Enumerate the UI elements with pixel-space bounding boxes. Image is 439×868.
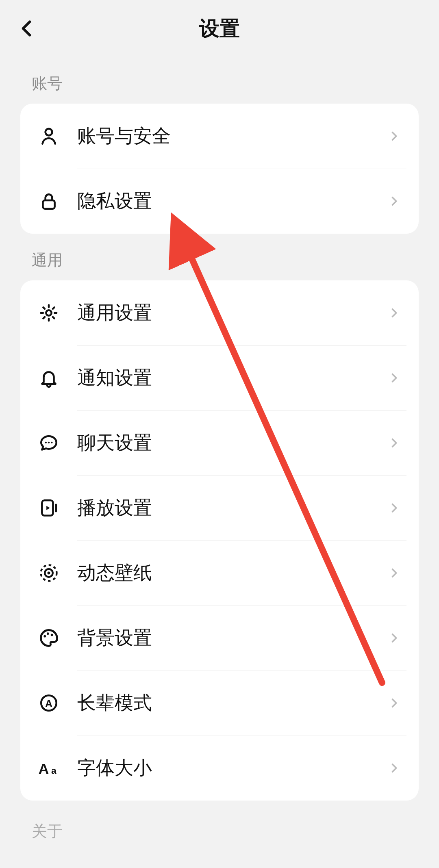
row-label: 动态壁纸 — [77, 560, 386, 586]
svg-point-11 — [47, 632, 49, 635]
header: 设置 — [0, 0, 439, 57]
chevron-right-icon — [386, 565, 402, 581]
svg-point-4 — [48, 442, 50, 444]
row-chat-settings[interactable]: 聊天设置 — [20, 410, 419, 475]
chevron-right-icon — [386, 760, 402, 776]
row-notification-settings[interactable]: 通知设置 — [20, 345, 419, 410]
page-title: 设置 — [199, 15, 240, 42]
person-icon — [37, 124, 61, 148]
row-label: 字体大小 — [77, 755, 386, 781]
svg-point-12 — [51, 634, 53, 636]
svg-point-5 — [51, 442, 53, 444]
chevron-right-icon — [386, 193, 402, 209]
chevron-right-icon — [386, 128, 402, 144]
section-label-about: 关于 — [0, 801, 439, 851]
svg-point-10 — [43, 635, 46, 638]
gear-icon — [37, 301, 61, 325]
chevron-right-icon — [386, 630, 402, 646]
svg-point-9 — [48, 572, 50, 575]
chevron-left-icon — [18, 20, 36, 37]
svg-rect-1 — [43, 200, 54, 209]
row-label: 隐私设置 — [77, 189, 386, 214]
svg-point-3 — [45, 442, 47, 444]
row-playback-settings[interactable]: 播放设置 — [20, 475, 419, 540]
chevron-right-icon — [386, 695, 402, 711]
row-background-settings[interactable]: 背景设置 — [20, 605, 419, 671]
row-live-wallpaper[interactable]: 动态壁纸 — [20, 540, 419, 605]
back-button[interactable] — [15, 16, 39, 41]
row-account-security[interactable]: 账号与安全 — [20, 104, 419, 169]
svg-point-2 — [46, 310, 51, 315]
row-label: 聊天设置 — [77, 430, 386, 456]
svg-text:A: A — [39, 761, 49, 777]
lock-icon — [37, 189, 61, 213]
section-general-card: 通用设置 通知设置 聊天设置 播放 — [20, 280, 419, 801]
section-label-account: 账号 — [0, 57, 439, 104]
chevron-right-icon — [386, 370, 402, 386]
section-label-general: 通用 — [0, 234, 439, 280]
row-label: 通知设置 — [77, 365, 386, 391]
chevron-right-icon — [386, 305, 402, 321]
svg-text:A: A — [45, 698, 52, 709]
row-label: 通用设置 — [77, 300, 386, 326]
row-label: 播放设置 — [77, 495, 386, 521]
svg-point-0 — [46, 129, 52, 136]
row-label: 账号与安全 — [77, 124, 386, 149]
chevron-right-icon — [386, 500, 402, 516]
font-size-icon: A a — [37, 756, 61, 780]
row-font-size[interactable]: A a 字体大小 — [20, 736, 419, 801]
chat-icon — [37, 431, 61, 455]
section-account-card: 账号与安全 隐私设置 — [20, 104, 419, 234]
letter-a-circle-icon: A — [37, 691, 61, 715]
row-general-settings[interactable]: 通用设置 — [20, 280, 419, 345]
svg-text:a: a — [51, 766, 57, 776]
palette-icon — [37, 626, 61, 650]
row-label: 背景设置 — [77, 625, 386, 651]
chevron-right-icon — [386, 435, 402, 451]
target-icon — [37, 561, 61, 585]
row-label: 长辈模式 — [77, 690, 386, 716]
row-privacy-settings[interactable]: 隐私设置 — [20, 169, 419, 234]
play-icon — [37, 496, 61, 520]
bell-icon — [37, 366, 61, 390]
row-elderly-mode[interactable]: A 长辈模式 — [20, 671, 419, 736]
